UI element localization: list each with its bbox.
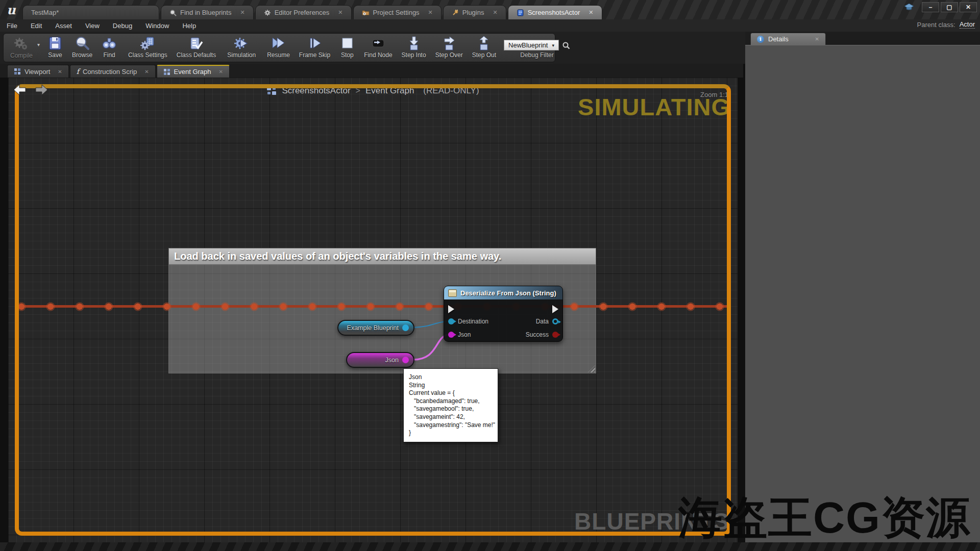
status-bar <box>0 542 980 551</box>
forward-arrow-icon[interactable] <box>35 84 48 95</box>
pin-value-tooltip: Json String Current value = { "bcanbedam… <box>403 368 498 442</box>
tab-viewport[interactable]: Viewport ✕ <box>7 65 69 78</box>
tab-event-graph[interactable]: Event Graph ✕ <box>157 65 230 78</box>
tab-construction-script[interactable]: f Construction Scrip ✕ <box>70 65 156 78</box>
back-arrow-icon[interactable] <box>13 84 27 95</box>
frame-skip-button[interactable]: Frame Skip <box>295 35 335 61</box>
tab-label: ScreenshotsActor <box>528 9 580 16</box>
close-icon[interactable]: ✕ <box>338 9 342 16</box>
unreal-logo-icon: u <box>0 0 22 19</box>
comment-resize-handle[interactable] <box>588 365 595 372</box>
step-over-button[interactable]: Step Over <box>431 35 468 61</box>
node-title: Deserialize From Json (String) <box>460 289 556 297</box>
stop-button[interactable]: Stop <box>335 35 359 61</box>
debug-search-icon[interactable] <box>562 41 570 49</box>
close-icon[interactable]: ✕ <box>58 69 62 74</box>
menu-window[interactable]: Window <box>139 22 176 30</box>
exec-out-pin[interactable] <box>552 305 558 313</box>
event-graph-canvas[interactable]: ScreenshotsActor > Event Graph (READ-ONL… <box>8 78 738 542</box>
string-output-pin[interactable] <box>402 357 409 363</box>
node-header[interactable]: Deserialize From Json (String) <box>444 286 562 300</box>
close-icon[interactable]: ✕ <box>493 9 497 16</box>
object-output-pin[interactable] <box>402 324 409 331</box>
step-out-icon <box>476 36 492 51</box>
destination-input-pin[interactable] <box>448 318 454 324</box>
maximize-button[interactable]: ▢ <box>941 2 958 12</box>
details-panel-body <box>745 45 980 542</box>
breadcrumb-current[interactable]: Event Graph <box>365 86 414 96</box>
step-out-button[interactable]: Step Out <box>468 35 501 61</box>
browse-button[interactable]: Browse <box>67 35 97 61</box>
tab-label: Plugins <box>462 9 484 16</box>
debug-filter-select[interactable]: NewBlueprint ▾ <box>504 40 559 51</box>
close-button[interactable]: ✕ <box>960 2 977 12</box>
stop-icon <box>339 36 355 51</box>
close-icon[interactable]: ✕ <box>589 9 593 16</box>
gear-icon <box>264 9 271 16</box>
json-input-pin[interactable] <box>448 332 454 338</box>
class-defaults-icon <box>188 36 204 51</box>
menu-help[interactable]: Help <box>176 22 203 30</box>
function-f-icon: f <box>77 67 79 76</box>
tab-screenshotsactor[interactable]: ScreenshotsActor ✕ <box>508 5 602 19</box>
tab-project-settings[interactable]: Project Settings ✕ <box>353 5 442 19</box>
toolbar: Compile ▾ Save Browse Find <box>3 33 555 62</box>
close-icon[interactable]: ✕ <box>815 36 819 42</box>
step-into-button[interactable]: Step Into <box>397 35 431 61</box>
parent-class-label: Parent class: <box>917 21 955 29</box>
class-defaults-button[interactable]: Class Defaults <box>172 35 220 61</box>
class-settings-button[interactable]: Class Settings <box>124 35 172 61</box>
tab-testmap[interactable]: TestMap* <box>22 5 159 19</box>
function-icon <box>448 289 457 297</box>
tab-plugins[interactable]: Plugins ✕ <box>443 5 506 19</box>
menu-view[interactable]: View <box>79 22 106 30</box>
node-deserialize-from-json[interactable]: Deserialize From Json (String) Destinati… <box>444 286 563 342</box>
minimize-button[interactable]: – <box>922 2 939 12</box>
tab-editor-preferences[interactable]: Editor Preferences ✕ <box>255 5 352 19</box>
step-into-icon <box>406 36 422 51</box>
tab-label: Project Settings <box>373 9 420 16</box>
success-output-pin[interactable] <box>552 332 558 338</box>
details-panel: i Details ✕ <box>745 32 980 542</box>
graph-nav-arrows <box>13 84 48 95</box>
blueprint-book-icon <box>517 9 524 16</box>
tab-label: Editor Preferences <box>275 9 330 16</box>
asset-tabs: TestMap* Find in Blueprints ✕ Editor Pre… <box>22 0 604 19</box>
tab-label: Find in Blueprints <box>180 9 231 16</box>
menu-asset[interactable]: Asset <box>48 22 79 30</box>
exec-wire-pulse-dots <box>15 300 730 313</box>
step-over-icon <box>442 36 457 51</box>
resume-button[interactable]: Resume <box>262 35 295 61</box>
read-only-badge: (READ-ONLY) <box>423 86 479 96</box>
getter-example-blueprint[interactable]: Example Blueprint <box>337 320 414 336</box>
breadcrumb-root[interactable]: ScreenshotsActor <box>282 86 350 96</box>
menu-edit[interactable]: Edit <box>24 22 48 30</box>
parent-class-link[interactable]: Actor <box>960 20 975 29</box>
pin-label-json: Json <box>458 331 471 338</box>
data-output-pin[interactable] <box>552 318 558 324</box>
simulation-button[interactable]: Simulation <box>223 35 260 61</box>
blueprints-watermark: BLUEPRINTS <box>574 508 729 535</box>
compile-button[interactable]: Compile <box>6 35 37 61</box>
close-icon[interactable]: ✕ <box>144 69 149 74</box>
find-node-button[interactable]: Find Node <box>359 35 397 61</box>
tab-details[interactable]: i Details ✕ <box>750 33 826 45</box>
getter-json[interactable]: Json <box>346 352 414 368</box>
debug-filter-group: NewBlueprint ▾ Debug Filter <box>501 35 573 61</box>
close-icon[interactable]: ✕ <box>219 69 223 74</box>
save-button[interactable]: Save <box>43 35 67 61</box>
menu-debug[interactable]: Debug <box>106 22 139 30</box>
close-icon[interactable]: ✕ <box>428 9 433 16</box>
tab-find-in-blueprints[interactable]: Find in Blueprints ✕ <box>161 5 254 19</box>
pin-label-destination: Destination <box>458 318 488 325</box>
tutorials-icon[interactable] <box>903 3 915 12</box>
compile-dropdown-caret[interactable]: ▾ <box>37 42 40 47</box>
comment-header[interactable]: Load back in saved values of an object's… <box>168 248 596 265</box>
menubar: File Edit Asset View Debug Window Help P… <box>0 19 980 32</box>
compile-label: Compile <box>10 52 33 59</box>
close-icon[interactable]: ✕ <box>240 9 244 16</box>
menu-file[interactable]: File <box>0 22 24 30</box>
exec-in-pin[interactable] <box>448 305 454 313</box>
document-tabs: Viewport ✕ f Construction Scrip ✕ Event … <box>0 64 743 78</box>
find-button[interactable]: Find <box>97 35 121 61</box>
